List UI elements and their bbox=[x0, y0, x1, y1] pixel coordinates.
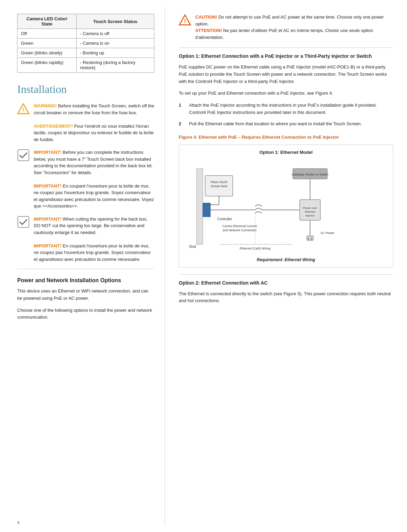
step-2: 2 Pull the Ethernet cable from that loca… bbox=[179, 120, 393, 128]
important-text-1: IMPORTANT! Before you can complete the i… bbox=[34, 149, 154, 210]
diagram-requirement: Requirement: Ethernet Wiring bbox=[184, 257, 388, 262]
svg-rect-6 bbox=[197, 169, 203, 244]
warning-text: WARNING! Before installing the Touch Scr… bbox=[34, 103, 154, 143]
important-text-2: IMPORTANT! When cutting the opening for … bbox=[34, 216, 154, 263]
camera-status: - Restoring (during a factory restore) bbox=[76, 58, 154, 73]
diagram-title: Option 1: Ethernet Model bbox=[184, 150, 388, 155]
table-header-state: Camera LED Color/ State bbox=[18, 14, 77, 29]
svg-text:Controller: Controller bbox=[217, 217, 232, 221]
warning-icon: ! bbox=[17, 103, 30, 116]
svg-rect-19 bbox=[300, 200, 320, 220]
camera-status: - Camera is on bbox=[76, 39, 154, 48]
svg-rect-3 bbox=[18, 216, 29, 227]
page-number: 4 bbox=[17, 520, 20, 525]
svg-text:Ethernet: Ethernet bbox=[305, 210, 316, 213]
camera-status: - Camera is off bbox=[76, 29, 154, 39]
svg-text:!: ! bbox=[184, 18, 186, 24]
camera-state: Green bbox=[18, 39, 77, 48]
svg-text:Place  Touch: Place Touch bbox=[211, 180, 228, 184]
table-row: Green- Camera is on bbox=[18, 39, 154, 48]
svg-rect-2 bbox=[18, 150, 29, 161]
power-text-2: Choose one of the following options to i… bbox=[17, 307, 154, 321]
svg-rect-28 bbox=[307, 236, 314, 241]
option2-text: The Ethernet is connected directly to th… bbox=[179, 290, 393, 305]
svg-text:AC Power: AC Power bbox=[320, 231, 334, 235]
right-column: ! CAUTION! Do not attempt to use PoE and… bbox=[165, 7, 407, 525]
table-row: Green (blinks rapidly)- Restoring (durin… bbox=[18, 58, 154, 73]
important-block-2: IMPORTANT! When cutting the opening for … bbox=[17, 216, 154, 263]
power-text-1: This device uses an Ethernet or WiFi net… bbox=[17, 288, 154, 302]
svg-text:Screen here: Screen here bbox=[210, 184, 227, 188]
installation-heading: Installation bbox=[17, 83, 154, 96]
left-column: Camera LED Color/ State Touch Screen Sta… bbox=[0, 7, 165, 525]
important-block-1: IMPORTANT! Before you can complete the i… bbox=[17, 149, 154, 210]
svg-text:Carries Electrical Current: Carries Electrical Current bbox=[222, 224, 257, 228]
caution-block: ! CAUTION! Do not attempt to use PoE and… bbox=[179, 14, 393, 41]
table-header-status: Touch Screen Status bbox=[76, 14, 154, 29]
step-1: 1 Attach the PoE Injector according to t… bbox=[179, 102, 393, 116]
camera-state: Green (blinks slowly) bbox=[18, 48, 77, 58]
svg-text:Gateway, Router or Switch: Gateway, Router or Switch bbox=[292, 173, 328, 176]
ethernet-diagram: Stud Place Touch Screen here Controller bbox=[186, 158, 386, 255]
svg-text:!: ! bbox=[22, 107, 24, 113]
table-row: Off- Camera is off bbox=[18, 29, 154, 39]
option1-text2: To set up your PoE and Ethernet connecti… bbox=[179, 90, 393, 97]
diagram-container: Option 1: Ethernet Model Stud Place Touc… bbox=[179, 145, 393, 267]
table-row: Green (blinks slowly)- Booting up bbox=[18, 48, 154, 58]
camera-table: Camera LED Color/ State Touch Screen Sta… bbox=[17, 14, 154, 73]
svg-text:Ethernet (Cat5) Wiring: Ethernet (Cat5) Wiring bbox=[240, 247, 271, 250]
svg-text:Power over: Power over bbox=[303, 206, 317, 210]
camera-state: Off bbox=[18, 29, 77, 39]
camera-status: - Booting up bbox=[76, 48, 154, 58]
svg-text:Stud: Stud bbox=[189, 245, 196, 248]
svg-rect-11 bbox=[203, 203, 210, 217]
camera-state: Green (blinks rapidly) bbox=[18, 58, 77, 73]
caution-icon: ! bbox=[179, 14, 191, 27]
option2-heading: Option 2: Ethernet Connection with AC bbox=[179, 280, 393, 286]
check-icon-1 bbox=[17, 149, 30, 162]
warning-block: ! WARNING! Before installing the Touch S… bbox=[17, 103, 154, 143]
svg-text:Injector: Injector bbox=[306, 214, 315, 217]
caution-text: CAUTION! Do not attempt to use PoE and A… bbox=[195, 14, 393, 41]
option1-heading: Option 1: Ethernet Connection with a PoE… bbox=[179, 53, 393, 59]
figure-caption: Figure 4. Ethernet with PoE – Requires E… bbox=[179, 135, 393, 140]
svg-text:and Network Connection: and Network Connection bbox=[223, 228, 257, 232]
option1-steps: 1 Attach the PoE Injector according to t… bbox=[179, 102, 393, 127]
check-icon-2 bbox=[17, 216, 30, 229]
power-heading: Power and Network Installation Options bbox=[17, 277, 154, 284]
option1-text1: PoE supplies DC power on the Ethernet ca… bbox=[179, 64, 393, 85]
